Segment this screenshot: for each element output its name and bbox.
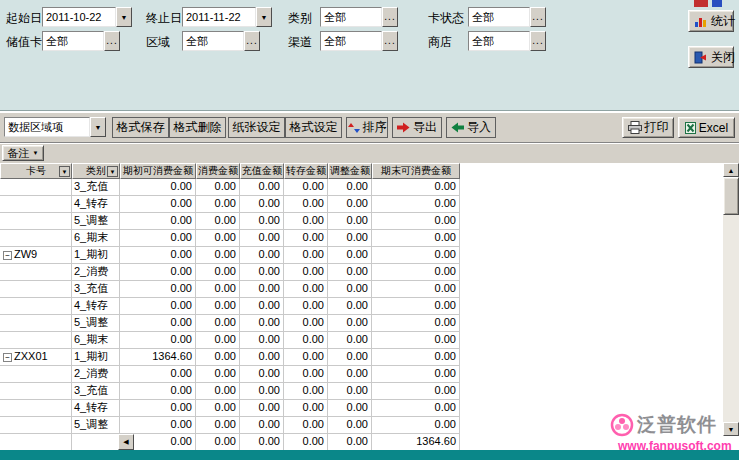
amount-cell[interactable]: 0.00 <box>120 247 196 264</box>
amount-cell[interactable]: 0.00 <box>284 264 328 281</box>
amount-cell[interactable]: 0.00 <box>196 264 240 281</box>
start-date-input[interactable]: 2011-10-22 <box>42 7 116 27</box>
close-button[interactable]: 关闭 <box>688 46 734 68</box>
column-header-5[interactable]: 转存金额 <box>284 163 328 179</box>
amount-cell[interactable]: 0.00 <box>284 383 328 400</box>
amount-cell[interactable]: 0.00 <box>372 230 460 247</box>
amount-cell[interactable]: 0.00 <box>284 213 328 230</box>
amount-cell[interactable]: 0.00 <box>372 383 460 400</box>
excel-button[interactable]: Excel <box>678 117 735 138</box>
amount-cell[interactable]: 0.00 <box>196 179 240 196</box>
amount-cell[interactable]: 0.00 <box>120 400 196 417</box>
amount-cell[interactable]: 0.00 <box>240 196 284 213</box>
amount-cell[interactable]: 0.00 <box>372 417 460 434</box>
format-setup-button[interactable]: 格式设定 <box>285 117 342 138</box>
amount-cell[interactable]: 0.00 <box>240 179 284 196</box>
amount-cell[interactable]: 0.00 <box>328 264 372 281</box>
amount-cell[interactable]: 0.00 <box>372 332 460 349</box>
amount-cell[interactable]: 0.00 <box>284 434 328 450</box>
amount-cell[interactable]: 0.00 <box>328 230 372 247</box>
amount-cell[interactable]: 0.00 <box>328 417 372 434</box>
collapse-icon[interactable]: − <box>3 353 12 362</box>
column-header-2[interactable]: 期初可消费金额 <box>120 163 196 179</box>
format-delete-button[interactable]: 格式删除 <box>169 117 226 138</box>
category-cell[interactable]: 6_期末 <box>72 230 120 247</box>
collapse-icon[interactable]: − <box>3 251 12 260</box>
amount-cell[interactable]: 0.00 <box>196 213 240 230</box>
card-status-ellipsis-button[interactable]: ... <box>530 7 546 27</box>
amount-cell[interactable]: 0.00 <box>120 196 196 213</box>
card-number-cell[interactable] <box>0 332 72 349</box>
card-number-cell[interactable] <box>0 230 72 247</box>
amount-cell[interactable]: 0.00 <box>240 315 284 332</box>
amount-cell[interactable]: 0.00 <box>372 366 460 383</box>
category-cell[interactable]: 4_转存 <box>72 298 120 315</box>
amount-cell[interactable]: 0.00 <box>196 400 240 417</box>
card-number-cell[interactable] <box>0 196 72 213</box>
amount-cell[interactable]: 0.00 <box>372 315 460 332</box>
category-cell[interactable]: 5_调整 <box>72 417 120 434</box>
amount-cell[interactable]: 0.00 <box>240 230 284 247</box>
amount-cell[interactable]: 0.00 <box>196 383 240 400</box>
start-date-dropdown-icon[interactable]: ▼ <box>116 7 132 27</box>
amount-cell[interactable]: 0.00 <box>372 298 460 315</box>
category-cell[interactable]: 3_充值 <box>72 179 120 196</box>
amount-cell[interactable]: 0.00 <box>196 434 240 450</box>
channel-input[interactable]: 全部 <box>320 31 382 51</box>
column-filter-icon[interactable]: ▼ <box>107 166 118 177</box>
amount-cell[interactable]: 0.00 <box>284 196 328 213</box>
amount-cell[interactable]: 0.00 <box>284 332 328 349</box>
category-cell[interactable]: 5_调整 <box>72 213 120 230</box>
category-cell[interactable]: 2_消费 <box>72 264 120 281</box>
amount-cell[interactable]: 0.00 <box>240 281 284 298</box>
amount-cell[interactable]: 0.00 <box>328 213 372 230</box>
card-number-cell[interactable] <box>0 315 72 332</box>
column-header-3[interactable]: 消费金额 <box>196 163 240 179</box>
amount-cell[interactable]: 0.00 <box>240 417 284 434</box>
amount-cell[interactable]: 0.00 <box>372 264 460 281</box>
statistics-button[interactable]: 统计 <box>688 10 734 32</box>
amount-cell[interactable]: 0.00 <box>196 315 240 332</box>
end-date-input[interactable]: 2011-11-22 <box>182 7 256 27</box>
amount-cell[interactable]: 0.00 <box>328 179 372 196</box>
amount-cell[interactable]: 0.00 <box>120 179 196 196</box>
amount-cell[interactable]: 0.00 <box>240 213 284 230</box>
card-number-cell[interactable] <box>0 400 72 417</box>
amount-cell[interactable]: 0.00 <box>196 417 240 434</box>
amount-cell[interactable]: 0.00 <box>240 332 284 349</box>
column-header-6[interactable]: 调整金额 <box>328 163 372 179</box>
amount-cell[interactable]: 0.00 <box>240 298 284 315</box>
data-region-dropdown-icon[interactable]: ▼ <box>90 117 106 137</box>
category-cell[interactable]: 4_转存 <box>72 196 120 213</box>
amount-cell[interactable]: 0.00 <box>372 281 460 298</box>
print-button[interactable]: 打印 <box>622 117 674 138</box>
channel-ellipsis-button[interactable]: ... <box>382 31 398 51</box>
export-button[interactable]: 导出 <box>392 117 442 138</box>
amount-cell[interactable]: 0.00 <box>196 332 240 349</box>
amount-cell[interactable]: 0.00 <box>120 213 196 230</box>
amount-cell[interactable]: 0.00 <box>196 349 240 366</box>
column-filter-icon[interactable]: ▼ <box>59 166 70 177</box>
category-cell[interactable]: 2_消费 <box>72 366 120 383</box>
column-header-4[interactable]: 充值金额 <box>240 163 284 179</box>
note-tab[interactable]: 备注 ▼ <box>2 145 44 161</box>
amount-cell[interactable]: 0.00 <box>284 230 328 247</box>
amount-cell[interactable]: 0.00 <box>240 349 284 366</box>
card-number-cell[interactable] <box>0 383 72 400</box>
amount-cell[interactable]: 0.00 <box>240 264 284 281</box>
hscroll-left-button[interactable]: ◀ <box>118 434 134 450</box>
card-number-cell[interactable] <box>0 366 72 383</box>
column-header-0[interactable]: 卡号▼ <box>0 163 72 179</box>
amount-cell[interactable]: 0.00 <box>284 349 328 366</box>
card-number-cell[interactable]: −ZXX01 <box>0 349 72 366</box>
category-cell[interactable]: 1_期初 <box>72 247 120 264</box>
data-region-combobox-value[interactable]: 数据区域项 <box>4 117 90 137</box>
amount-cell[interactable]: 0.00 <box>372 400 460 417</box>
amount-cell[interactable]: 0.00 <box>328 366 372 383</box>
region-ellipsis-button[interactable]: ... <box>244 31 260 51</box>
category-cell[interactable]: 3_充值 <box>72 383 120 400</box>
format-save-button[interactable]: 格式保存 <box>112 117 169 138</box>
amount-cell[interactable]: 0.00 <box>120 366 196 383</box>
category-input[interactable]: 全部 <box>320 7 382 27</box>
data-region-combobox[interactable]: 数据区域项 ▼ <box>4 117 106 137</box>
